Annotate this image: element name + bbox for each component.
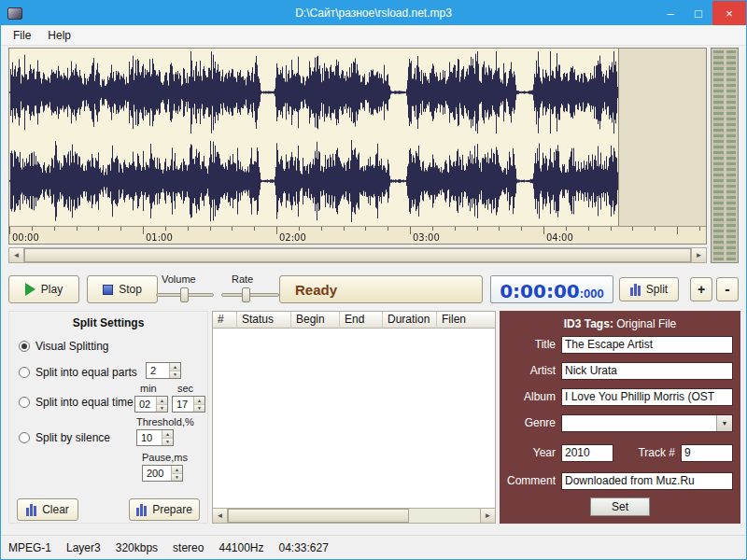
close-button[interactable]: ×: [712, 1, 746, 25]
track-label: Track #: [613, 446, 675, 459]
chevron-down-icon[interactable]: ▼: [716, 415, 732, 431]
table-header: # Status Begin End Duration Filen: [213, 312, 495, 329]
pause-spinner[interactable]: 200 ▲▼: [142, 465, 183, 482]
column-number[interactable]: #: [213, 312, 237, 329]
titlebar[interactable]: D:\Сайт\разное\rsload.net.mp3 – □ ×: [1, 1, 746, 25]
zoom-out-button[interactable]: -: [716, 277, 739, 301]
radio-visual-splitting[interactable]: Visual Splitting: [19, 340, 109, 353]
split-label: Split: [646, 283, 668, 296]
parts-value: 2: [147, 363, 169, 378]
waveform-panel: [8, 48, 707, 245]
album-label: Album: [505, 390, 556, 403]
spin-up-icon[interactable]: ▲: [172, 466, 182, 474]
scrollbar-track[interactable]: [228, 509, 480, 523]
scrollbar-track[interactable]: [24, 248, 691, 262]
id3-header-subtitle: Original File: [613, 317, 676, 330]
spin-down-icon[interactable]: ▼: [170, 371, 180, 379]
volume-slider[interactable]: [156, 287, 214, 303]
waveform-canvas[interactable]: [9, 49, 706, 226]
comment-input[interactable]: [561, 472, 733, 490]
rate-slider-thumb[interactable]: [242, 287, 250, 302]
prepare-icon: [136, 504, 147, 516]
scrollbar-thumb[interactable]: [24, 248, 691, 262]
seconds-spinner[interactable]: 17 ▲▼: [172, 396, 205, 413]
split-button[interactable]: Split: [619, 277, 679, 301]
statusbar: MPEG-1 Layer3 320kbps stereo 44100Hz 04:…: [1, 535, 746, 559]
spin-up-icon[interactable]: ▲: [162, 430, 173, 439]
column-duration[interactable]: Duration: [383, 312, 437, 329]
stop-label: Stop: [119, 283, 142, 296]
level-meter: [711, 48, 739, 263]
track-input[interactable]: [681, 444, 733, 462]
id3-header-title: ID3 Tags:: [564, 317, 613, 330]
radio-split-by-silence[interactable]: Split by silence: [19, 431, 110, 444]
minimize-button[interactable]: –: [656, 1, 684, 25]
scroll-right-icon[interactable]: ►: [691, 248, 706, 262]
radio-icon: [19, 432, 30, 443]
volume-slider-thumb[interactable]: [180, 287, 189, 302]
menu-help[interactable]: Help: [39, 26, 79, 45]
level-meter-column: [726, 50, 737, 260]
rate-label: Rate: [232, 273, 253, 285]
spin-up-icon[interactable]: ▲: [170, 363, 180, 371]
scroll-left-icon[interactable]: ◄: [213, 509, 228, 523]
threshold-spinner[interactable]: 10 ▲▼: [136, 429, 174, 446]
volume-label: Volume: [162, 273, 196, 285]
radio-label: Split by silence: [35, 431, 110, 444]
scrollbar-thumb[interactable]: [228, 509, 409, 523]
column-end[interactable]: End: [340, 312, 383, 329]
clear-button[interactable]: Clear: [17, 498, 78, 521]
window-controls: – □ ×: [656, 1, 746, 25]
radio-icon: [19, 367, 30, 378]
radio-split-equal-parts[interactable]: Split into equal parts: [19, 366, 137, 379]
play-icon: [25, 283, 35, 296]
table-body[interactable]: [213, 329, 495, 508]
zoom-in-button[interactable]: +: [690, 277, 712, 301]
parts-spinner[interactable]: 2 ▲▼: [146, 362, 181, 379]
waveform-scrollbar[interactable]: ◄ ►: [8, 247, 707, 263]
spin-down-icon[interactable]: ▼: [172, 474, 182, 482]
segments-table: # Status Begin End Duration Filen ◄ ►: [212, 311, 496, 524]
artist-input[interactable]: [561, 362, 733, 380]
status-duration: 04:33:627: [279, 541, 329, 554]
table-scrollbar[interactable]: ◄ ►: [212, 508, 496, 524]
status-channels: stereo: [173, 541, 204, 554]
status-format: MPEG-1: [8, 541, 51, 554]
title-input[interactable]: [561, 336, 733, 354]
spin-down-icon[interactable]: ▼: [162, 439, 173, 446]
pause-label: Pause,ms: [142, 452, 188, 463]
stop-icon: [103, 285, 113, 295]
seconds-value: 17: [173, 397, 193, 412]
threshold-value: 10: [137, 430, 162, 445]
album-input[interactable]: [561, 388, 733, 406]
status-layer: Layer3: [66, 541, 101, 554]
menubar: File Help: [1, 25, 746, 46]
app-icon: [7, 7, 22, 20]
prepare-button[interactable]: Prepare: [129, 498, 200, 521]
scroll-left-icon[interactable]: ◄: [9, 248, 24, 262]
minutes-spinner[interactable]: 02 ▲▼: [134, 396, 168, 413]
spin-up-icon[interactable]: ▲: [157, 397, 167, 405]
play-button[interactable]: Play: [8, 275, 79, 303]
radio-split-equal-time[interactable]: Split into equal time: [19, 396, 134, 409]
minutes-value: 02: [135, 397, 156, 412]
spin-down-icon[interactable]: ▼: [194, 405, 204, 413]
year-input[interactable]: [561, 444, 613, 462]
maximize-button[interactable]: □: [684, 1, 712, 25]
menu-file[interactable]: File: [5, 26, 39, 45]
time-ruler: [9, 226, 706, 244]
column-begin[interactable]: Begin: [291, 312, 340, 329]
play-label: Play: [41, 283, 63, 296]
column-filename[interactable]: Filen: [437, 312, 495, 329]
prepare-label: Prepare: [152, 503, 192, 516]
genre-combo[interactable]: ▼: [561, 414, 733, 432]
rate-slider[interactable]: [221, 287, 279, 303]
radio-label: Visual Splitting: [35, 340, 109, 353]
column-status[interactable]: Status: [237, 312, 291, 329]
spin-down-icon[interactable]: ▼: [157, 405, 167, 413]
id3-header: ID3 Tags: Original File: [500, 317, 740, 330]
set-button[interactable]: Set: [590, 497, 650, 516]
stop-button[interactable]: Stop: [87, 275, 158, 303]
spin-up-icon[interactable]: ▲: [194, 397, 204, 405]
scroll-right-icon[interactable]: ►: [480, 509, 495, 523]
